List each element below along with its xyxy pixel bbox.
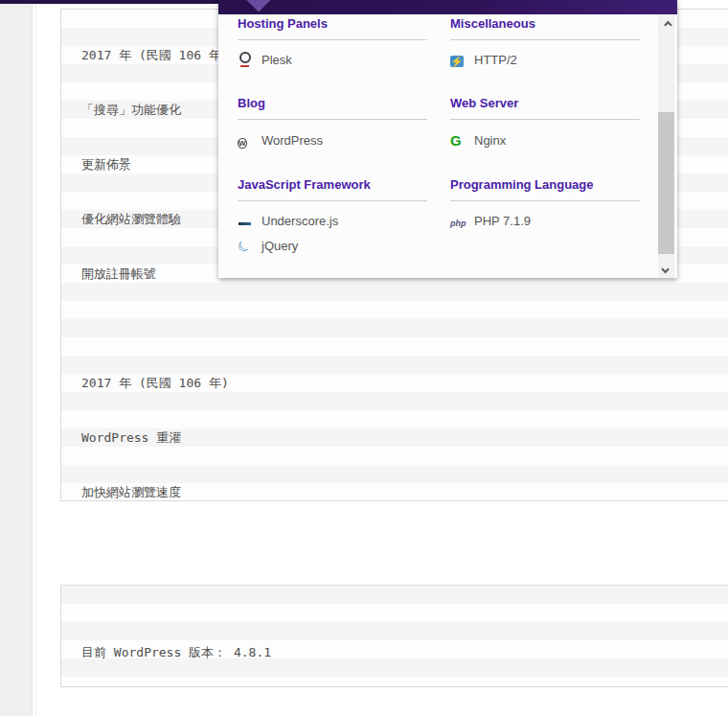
tech-item-php[interactable]: php PHP 7.1.9 (450, 212, 531, 229)
nginx-icon: G (450, 132, 466, 148)
site-status-pre-block: 目前 WordPress 版本： 4.8.1 目前 php 版本： 7.1.7 … (60, 585, 728, 687)
divider (238, 200, 427, 201)
category-title: Programming Language (450, 177, 640, 192)
scroll-up-button[interactable] (658, 17, 674, 32)
category-hosting-panels: Hosting Panels (238, 16, 427, 40)
chevron-down-icon (661, 265, 669, 272)
category-title: Miscellaneous (450, 16, 640, 31)
divider (450, 200, 640, 201)
wappalyzer-logo-icon (243, 0, 273, 12)
tech-label: WordPress (262, 133, 323, 148)
wordpress-icon: W (238, 132, 253, 148)
tech-label: Nginx (474, 133, 506, 148)
category-title: Web Server (450, 96, 640, 110)
category-blog: Blog (238, 96, 427, 120)
divider (450, 39, 640, 40)
tech-item-nginx[interactable]: G Nginx (450, 131, 506, 149)
changelog-line: WordPress 重灌 (81, 428, 728, 447)
plesk-icon (238, 52, 253, 67)
scrollbar-thumb[interactable] (658, 112, 674, 254)
category-programming-language: Programming Language (450, 177, 640, 201)
category-javascript-framework: JavaScript Framework (238, 177, 427, 201)
popup-header (218, 0, 677, 14)
tech-label: jQuery (262, 239, 298, 253)
tech-label: Plesk (262, 53, 292, 67)
tech-item-jquery[interactable]: ☾ jQuery (238, 237, 298, 254)
changelog-line: 2017 年 (民國 106 年) (81, 374, 728, 392)
status-line: 目前 WordPress 版本： 4.8.1 (81, 643, 728, 661)
category-title: Blog (238, 96, 427, 110)
changelog-line: 加快網站瀏覽速度 (81, 483, 728, 501)
tech-item-underscorejs[interactable]: Underscore.js (238, 212, 338, 229)
popup-scrollbar[interactable] (658, 14, 674, 278)
changelog-line (81, 319, 728, 337)
tech-label: Underscore.js (262, 214, 338, 228)
tech-label: PHP 7.1.9 (474, 214, 531, 228)
underscorejs-icon (238, 213, 253, 228)
category-title: Hosting Panels (238, 16, 427, 31)
tech-item-plesk[interactable]: Plesk (238, 51, 292, 68)
http2-lightning-icon: ⚡ (450, 52, 466, 67)
tech-item-http2[interactable]: ⚡ HTTP/2 (450, 51, 517, 68)
category-title: JavaScript Framework (238, 177, 427, 192)
category-web-server: Web Server (450, 96, 640, 120)
divider (238, 119, 427, 120)
divider (238, 39, 427, 40)
divider (450, 119, 640, 120)
tech-label: HTTP/2 (474, 53, 517, 67)
category-miscellaneous: Miscellaneous (450, 16, 640, 40)
tech-detector-popup: Hosting Panels Plesk Miscellaneous ⚡ HTT… (218, 0, 677, 278)
scroll-down-button[interactable] (658, 262, 674, 276)
php-icon: php (450, 213, 466, 228)
chevron-up-icon (664, 20, 671, 28)
jquery-icon: ☾ (238, 238, 253, 253)
tech-item-wordpress[interactable]: W WordPress (238, 131, 323, 149)
